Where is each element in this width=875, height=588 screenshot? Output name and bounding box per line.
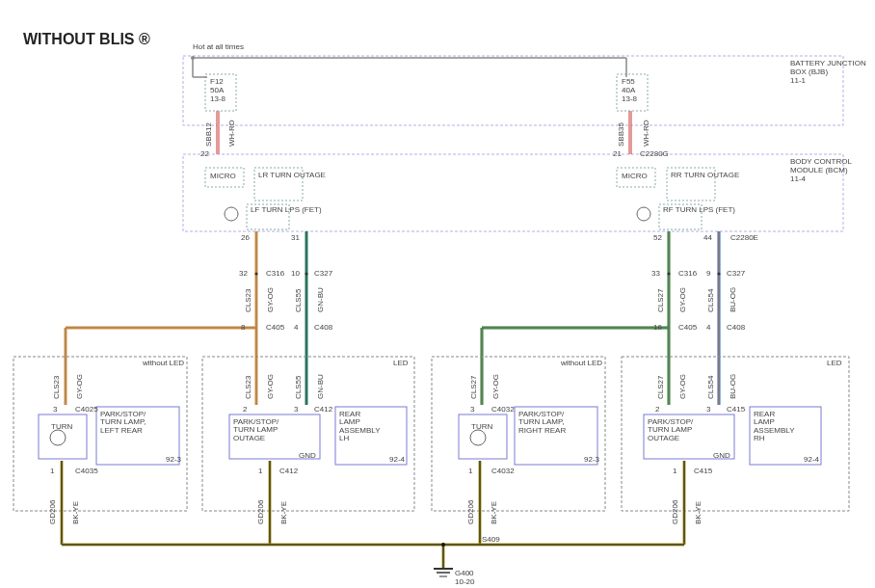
pin-9: 9 <box>706 269 710 278</box>
conn-c412t: C412 <box>314 405 332 414</box>
svg-point-31 <box>668 273 671 276</box>
pin-31: 31 <box>291 233 300 242</box>
conn-c4032: C4032 <box>491 467 515 475</box>
pin-16: 16 <box>653 323 662 332</box>
conn-c316l: C316 <box>266 269 284 278</box>
wire-gd206-b: GD206 <box>256 500 265 524</box>
wire-whrd1: WH-RD <box>227 120 236 147</box>
wire-sbb35: SBB35 <box>617 122 625 147</box>
wire-gyog-a: GY-OG <box>266 287 275 312</box>
wire-bkye-c: BK-YE <box>490 501 498 524</box>
conn-c405l: C405 <box>266 323 284 332</box>
tag-without-led-2: without LED <box>561 359 602 367</box>
wire-cls27-a: CLS27 <box>656 289 665 312</box>
micro-l: MICRO <box>210 172 236 180</box>
svg-rect-1 <box>183 154 843 231</box>
conn-c412: C412 <box>279 467 298 475</box>
wire-gyog-f: GY-OG <box>678 374 687 399</box>
ref-92-3-b: 92-3 <box>584 455 599 464</box>
wire-whrd2: WH-RD <box>642 120 650 147</box>
wire-cls27-b: CLS27 <box>469 376 478 399</box>
wire-gd206-a: GD206 <box>48 500 57 524</box>
pin-1c: 1 <box>468 467 472 475</box>
pin-32: 32 <box>239 269 248 278</box>
tag-led-2: LED <box>827 359 842 367</box>
svg-rect-0 <box>183 56 843 125</box>
tag-led-1: LED <box>393 359 409 367</box>
park-stop-left: PARK/STOP/ TURN LAMP, LEFT REAR <box>100 411 146 435</box>
wire-cls23-b: CLS23 <box>52 376 61 399</box>
conn-c4035: C4035 <box>75 467 98 475</box>
conn-c408l: C408 <box>314 323 332 332</box>
bcm-label: BODY CONTROL MODULE (BCM)11-4 <box>790 158 875 183</box>
lr-turn-outage: LR TURN OUTAGE <box>258 172 326 179</box>
rear-lamp-rh: REAR LAMP ASSEMBLY RH <box>754 411 795 443</box>
wire-sbb12: SBB12 <box>204 122 213 147</box>
wire-bkye-d: BK-YE <box>694 501 703 524</box>
tag-without-led-1: without LED <box>143 359 184 367</box>
wire-gd206-c: GD206 <box>466 500 475 524</box>
rear-lamp-lh: REAR LAMP ASSEMBLY LH <box>339 411 381 443</box>
rr-turn-outage: RR TURN OUTAGE <box>671 172 739 179</box>
svg-point-18 <box>637 207 650 221</box>
wire-cls23-c: CLS23 <box>244 376 252 399</box>
wire-cls55-a: CLS55 <box>294 289 303 312</box>
conn-c405r: C405 <box>678 323 697 332</box>
wire-buog-a: BU-OG <box>729 287 737 312</box>
pin-22: 22 <box>200 149 209 158</box>
gnd-l: GND <box>299 451 316 460</box>
pin-1d: 1 <box>673 467 676 475</box>
conn-c2280e: C2280E <box>730 233 758 242</box>
wire-gnbu-b: GN-BU <box>316 374 325 399</box>
g400: G40010-20 <box>455 569 474 586</box>
wire-gyog-e: GY-OG <box>491 374 500 399</box>
wire-bkye-a: BK-YE <box>71 501 80 524</box>
wire-cls23-a: CLS23 <box>244 289 252 312</box>
wire-gyog-c: GY-OG <box>75 374 84 399</box>
conn-c415t: C415 <box>727 405 745 414</box>
s409: S409 <box>482 535 500 544</box>
pin-2f: 2 <box>655 405 659 414</box>
wire-gyog-d: GY-OG <box>266 374 275 399</box>
wire-gd206-d: GD206 <box>671 500 679 524</box>
fuse-f55: F5540A13-8 <box>622 77 637 103</box>
wire-cls54-b: CLS54 <box>706 376 715 399</box>
pin-10: 10 <box>291 269 300 278</box>
micro-r: MICRO <box>622 172 648 180</box>
pin-3e: 3 <box>470 405 474 414</box>
pin-52: 52 <box>653 233 662 242</box>
conn-c2280g: C2280G <box>640 149 669 158</box>
ref-92-4-b: 92-4 <box>804 455 819 464</box>
conn-c327r: C327 <box>727 269 745 278</box>
ref-92-4-a: 92-4 <box>389 455 405 464</box>
conn-c327l: C327 <box>314 269 332 278</box>
svg-rect-53 <box>39 414 87 459</box>
pin-21: 21 <box>613 149 622 158</box>
wire-bkye-b: BK-YE <box>279 501 288 524</box>
conn-c408r: C408 <box>727 323 745 332</box>
svg-rect-59 <box>459 414 507 459</box>
fuse-f12: F1250A13-8 <box>210 77 225 103</box>
pin-3c: 3 <box>294 405 298 414</box>
svg-point-77 <box>441 543 445 547</box>
pin-2b: 2 <box>243 405 247 414</box>
pin-4r: 4 <box>706 323 710 332</box>
wire-buog-b: BU-OG <box>729 374 737 399</box>
park-outage-r: PARK/STOP/ TURN LAMP OUTAGE <box>648 418 693 442</box>
svg-text:TURN: TURN <box>471 422 492 431</box>
gnd-r: GND <box>713 451 730 460</box>
pin-3g: 3 <box>706 405 710 414</box>
svg-point-30 <box>305 273 308 276</box>
conn-c316r: C316 <box>678 269 697 278</box>
svg-point-29 <box>255 273 258 276</box>
svg-point-17 <box>225 207 238 221</box>
rf-turn-lps: RF TURN LPS (FET) <box>663 206 735 214</box>
bjb-label: BATTERY JUNCTION BOX (BJB)11-1 <box>790 60 875 85</box>
wire-gyog-b: GY-OG <box>678 287 687 312</box>
wire-gnbu-a: GN-BU <box>316 287 325 312</box>
pin-3a: 3 <box>53 405 57 414</box>
park-outage-l: PARK/STOP/ TURN LAMP OUTAGE <box>233 418 278 442</box>
lf-turn-lps: LF TURN LPS (FET) <box>251 206 322 214</box>
pin-1b: 1 <box>258 467 262 475</box>
conn-c4032t: C4032 <box>491 405 515 414</box>
